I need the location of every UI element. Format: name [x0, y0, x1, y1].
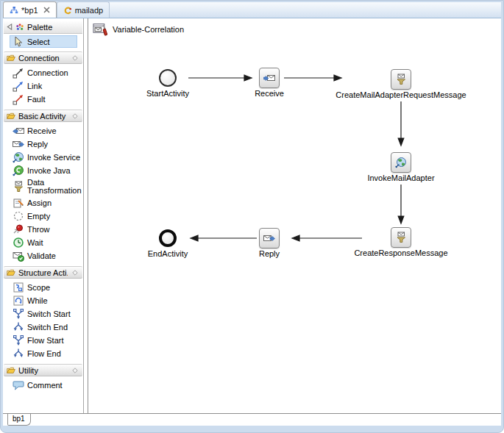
tool-data-transformation[interactable]: Data Transformation [3, 177, 83, 196]
tool-scope-label: Scope [27, 284, 50, 292]
tool-fault-label: Fault [27, 96, 45, 104]
tool-scope[interactable]: Scope [3, 281, 83, 294]
drawer-utility[interactable]: Utility [4, 364, 82, 376]
tool-link[interactable]: Link [3, 79, 83, 93]
variable-correlation-icon [93, 22, 109, 36]
pin-drawer-icon[interactable] [71, 54, 79, 62]
editor-tab-bar: *bp1 mailadp [3, 2, 501, 18]
tool-receive[interactable]: Receive [3, 124, 83, 137]
comment-bubble-icon [13, 379, 24, 391]
palette-title: Palette [27, 23, 52, 32]
assign-icon [13, 197, 24, 209]
tool-comment[interactable]: Comment [3, 379, 83, 392]
connection-arrow-icon [13, 67, 24, 79]
invoke-service-globe-icon [13, 151, 24, 163]
tool-fault[interactable]: Fault [3, 93, 83, 106]
tool-wait[interactable]: Wait [3, 236, 83, 249]
tool-flow-start[interactable]: Flow Start [3, 334, 83, 347]
tool-switch-start[interactable]: Switch Start [3, 307, 83, 321]
tool-flow-end-label: Flow End [27, 350, 61, 358]
drawer-basic-activity[interactable]: Basic Activity [4, 110, 82, 122]
select-pointer-icon [13, 36, 24, 48]
drawer-structure-activity[interactable]: Structure Acti... [4, 266, 82, 279]
flow-edges [88, 18, 501, 413]
tool-invoke-service-label: Invoke Service [27, 154, 80, 162]
collapse-palette-icon[interactable] [7, 24, 13, 30]
tool-while[interactable]: While [3, 294, 83, 307]
data-transformation-funnel-icon [395, 232, 407, 243]
branch-start-icon [13, 334, 24, 346]
diagram-canvas[interactable]: Variable-Correlation StartActivity [88, 18, 501, 413]
tool-select-label: Select [27, 37, 50, 46]
node-create-mail-adapter-request-message[interactable] [391, 69, 411, 90]
tab-bp1[interactable]: *bp1 [3, 1, 57, 18]
page-tab-bp1[interactable]: bp1 [7, 414, 31, 426]
editor-body: Palette Select Connection Connection Lin… [3, 18, 501, 413]
drawer-utility-label: Utility [18, 366, 68, 375]
pin-drawer-icon[interactable] [71, 366, 79, 375]
node-create-mail-adapter-request-message-label: CreateMailAdapterRequestMessage [327, 90, 475, 99]
tool-comment-label: Comment [27, 382, 63, 390]
tool-throw-label: Throw [27, 226, 50, 234]
node-end-activity[interactable] [159, 229, 177, 247]
end-event-icon [159, 229, 177, 247]
tool-validate-label: Validate [27, 252, 56, 260]
bpel-diagram-icon [10, 6, 18, 15]
tool-assign[interactable]: Assign [3, 196, 83, 210]
tool-assign-label: Assign [27, 199, 52, 207]
node-end-activity-label: EndActivity [94, 249, 241, 258]
link-arrow-icon [13, 80, 24, 92]
node-start-activity[interactable] [159, 69, 177, 87]
drawer-connection-label: Connection [18, 54, 68, 62]
reply-envelope-icon [263, 232, 275, 244]
tool-connection[interactable]: Connection [3, 66, 83, 79]
pin-drawer-icon[interactable] [71, 268, 79, 277]
receive-envelope-icon [13, 125, 24, 137]
receive-envelope-icon [263, 72, 275, 84]
reply-envelope-icon [13, 138, 24, 150]
drawer-basic-activity-label: Basic Activity [18, 112, 68, 121]
node-receive[interactable] [259, 68, 280, 88]
variable-correlation-button[interactable]: Variable-Correlation [93, 22, 184, 36]
node-reply[interactable] [259, 228, 280, 248]
drawer-structure-activity-label: Structure Acti... [18, 268, 68, 277]
tool-invoke-java[interactable]: Invoke Java [3, 164, 83, 177]
adapter-icon [63, 6, 72, 15]
node-invoke-mail-adapter[interactable] [391, 152, 411, 173]
tool-empty[interactable]: Empty [3, 210, 83, 223]
folder-icon [7, 54, 15, 62]
tool-while-label: While [27, 297, 48, 305]
throw-icon [13, 223, 24, 235]
validate-check-icon [13, 250, 24, 262]
pin-drawer-icon[interactable] [71, 112, 79, 121]
node-create-response-message[interactable] [391, 227, 411, 248]
tab-mailadp-label: mailadp [75, 6, 104, 15]
palette-header[interactable]: Palette [4, 21, 82, 34]
tool-validate[interactable]: Validate [3, 249, 83, 262]
fault-arrow-icon [13, 93, 24, 105]
tool-switch-end[interactable]: Switch End [3, 321, 83, 334]
tool-select[interactable]: Select [10, 35, 77, 48]
tool-palette: Palette Select Connection Connection Lin… [3, 18, 84, 413]
while-icon [13, 295, 24, 307]
application-window: *bp1 mailadp Palette Select Connection [0, 0, 504, 433]
tool-switch-end-label: Switch End [27, 323, 68, 332]
tab-bar-filler [110, 1, 501, 18]
tool-invoke-service[interactable]: Invoke Service [3, 151, 83, 164]
close-icon[interactable] [43, 7, 50, 13]
page-tab-bar: bp1 [3, 413, 501, 426]
data-transformation-funnel-icon [395, 74, 407, 85]
wait-clock-icon [13, 237, 24, 248]
tab-mailadp[interactable]: mailadp [57, 1, 110, 18]
folder-icon [7, 268, 15, 277]
page-tab-bp1-label: bp1 [13, 415, 25, 423]
tool-flow-end[interactable]: Flow End [3, 347, 83, 360]
node-receive-label: Receive [196, 89, 343, 98]
folder-icon [7, 112, 15, 121]
drawer-connection[interactable]: Connection [4, 51, 82, 64]
scope-icon [13, 282, 24, 293]
tool-throw[interactable]: Throw [3, 223, 83, 236]
tool-reply[interactable]: Reply [3, 137, 83, 151]
folder-icon [7, 366, 15, 375]
node-invoke-mail-adapter-label: InvokeMailAdapter [327, 173, 475, 182]
